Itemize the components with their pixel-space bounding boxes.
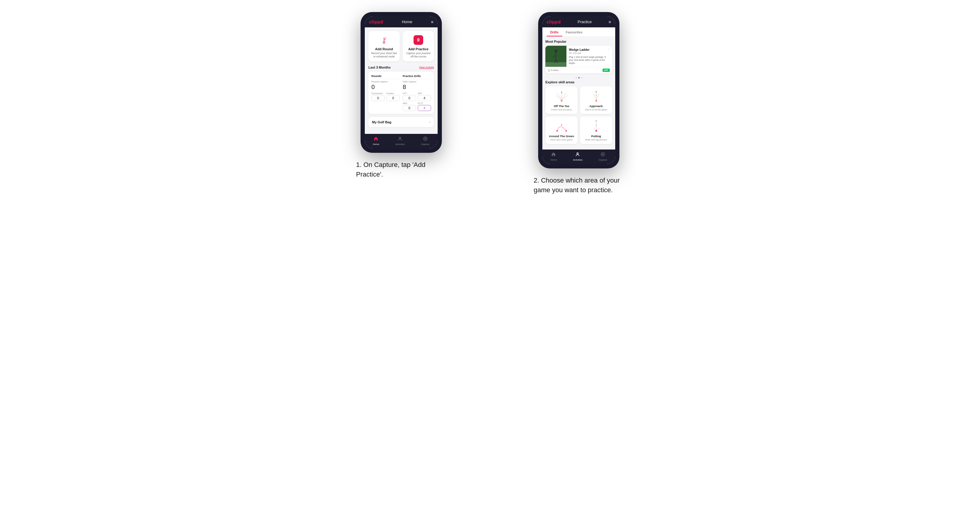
add-practice-icon bbox=[414, 35, 423, 45]
approach-icon bbox=[589, 89, 604, 103]
svg-point-30 bbox=[556, 130, 558, 132]
skill-card-approach[interactable]: Approach Dial-in to hit the green bbox=[580, 86, 612, 114]
skill-approach-subtitle: Dial-in to hit the green bbox=[585, 108, 607, 111]
practice-stat: Practice 0 bbox=[387, 92, 400, 101]
featured-card-inner: ☆ Wedge Ladder 50–100 yds Play 1 shot at… bbox=[546, 46, 612, 67]
practice-value: 0 bbox=[387, 95, 400, 101]
svg-point-38 bbox=[596, 120, 597, 122]
svg-point-37 bbox=[595, 130, 597, 132]
svg-line-26 bbox=[593, 94, 596, 100]
activities-nav-icon-1 bbox=[398, 136, 402, 142]
svg-point-31 bbox=[565, 130, 567, 132]
home-nav-icon-2 bbox=[551, 152, 556, 158]
svg-line-19 bbox=[557, 93, 562, 100]
featured-drill-image bbox=[546, 46, 566, 67]
menu-icon-2[interactable]: ≡ bbox=[609, 19, 611, 24]
chevron-right-icon: › bbox=[429, 120, 430, 124]
skill-atg-subtitle: Hone your short game bbox=[550, 138, 573, 141]
phone-1: clippd Home ≡ bbox=[361, 12, 442, 153]
nav-capture-label-2: Capture bbox=[599, 159, 607, 161]
skill-approach-title: Approach bbox=[589, 105, 603, 108]
favourite-star-icon[interactable]: ☆ bbox=[608, 48, 610, 51]
skill-ott-title: Off The Tee bbox=[554, 105, 570, 108]
ott-value: 0 bbox=[403, 95, 416, 101]
add-practice-title: Add Practice bbox=[408, 47, 428, 51]
nav-activities-label-2: Activities bbox=[573, 159, 583, 161]
nav-capture-label-1: Capture bbox=[421, 143, 430, 146]
tabs-bar: Drills Favourites bbox=[542, 27, 615, 37]
add-round-icon bbox=[379, 35, 390, 45]
rounds-capture-label: Rounds Capture bbox=[371, 80, 400, 83]
nav-activities-2[interactable]: Activities bbox=[573, 152, 583, 161]
dot-2 bbox=[578, 77, 580, 78]
nav-capture-2[interactable]: Capture bbox=[599, 152, 607, 161]
svg-point-24 bbox=[595, 100, 597, 102]
arg-stat: ARG 0 bbox=[403, 102, 416, 111]
nav-home-label-1: Home bbox=[373, 143, 379, 146]
capture-nav-icon-1 bbox=[423, 136, 428, 142]
arg-label: ARG bbox=[403, 102, 416, 105]
skill-card-around-the-green[interactable]: Around The Green Hone your short game bbox=[546, 116, 578, 144]
skill-card-off-the-tee[interactable]: Off The Tee Power and accuracy bbox=[546, 86, 578, 114]
svg-point-23 bbox=[561, 92, 562, 93]
app-stat: APP 4 bbox=[418, 92, 431, 101]
svg-point-5 bbox=[399, 137, 401, 139]
menu-icon-1[interactable]: ≡ bbox=[431, 19, 433, 24]
drills-capture-value: 8 bbox=[403, 84, 431, 90]
carousel-dots bbox=[546, 75, 612, 80]
add-round-title: Add Round bbox=[375, 47, 393, 51]
nav-activities-1[interactable]: Activities bbox=[396, 136, 405, 146]
svg-point-0 bbox=[383, 41, 385, 43]
nav-capture-1[interactable]: Capture bbox=[421, 136, 430, 146]
header-title-2: Practice bbox=[578, 19, 592, 24]
svg-point-4 bbox=[418, 39, 418, 40]
nav-home-2[interactable]: Home bbox=[550, 152, 557, 161]
skill-card-putting[interactable]: Putting Make and lag practice bbox=[580, 116, 612, 144]
add-round-card[interactable]: Add Round Record your shots fast or enha… bbox=[368, 31, 400, 61]
skill-grid: Off The Tee Power and accuracy bbox=[546, 86, 612, 144]
ott-stat: OTT 0 bbox=[403, 92, 416, 101]
dot-3 bbox=[581, 77, 582, 78]
svg-line-22 bbox=[562, 95, 568, 100]
drills-col: Practice Drills Drills Capture 8 OTT 0 bbox=[403, 75, 431, 111]
tab-drills[interactable]: Drills bbox=[547, 27, 562, 37]
view-activity-link[interactable]: View Activity bbox=[419, 66, 434, 69]
around-the-green-icon bbox=[554, 119, 569, 133]
tournament-value: 0 bbox=[371, 95, 385, 101]
putt-value: 4 bbox=[418, 105, 431, 111]
tab-favourites[interactable]: Favourites bbox=[562, 27, 586, 37]
drills-sub-stats-2: ARG 0 PUTT 4 bbox=[403, 102, 431, 111]
caption-1: 1. On Capture, tap 'Add Practice'. bbox=[356, 160, 446, 179]
app-logo-1: clippd bbox=[369, 19, 383, 24]
app-value: 4 bbox=[418, 95, 431, 101]
featured-card-footer: 9 shots APP bbox=[546, 67, 612, 73]
rounds-col: Rounds Rounds Capture 0 Tournament 0 bbox=[371, 75, 400, 111]
svg-point-16 bbox=[548, 70, 550, 71]
featured-drill-card[interactable]: ☆ Wedge Ladder 50–100 yds Play 1 shot at… bbox=[546, 46, 612, 73]
skill-putting-subtitle: Make and lag practice bbox=[585, 138, 607, 141]
putt-stat: PUTT 4 bbox=[418, 102, 431, 111]
svg-point-29 bbox=[596, 95, 597, 96]
practice-scroll: Most Popular bbox=[542, 37, 615, 147]
phone-section-2: clippd Practice ≡ Drills Favourites Most… bbox=[502, 12, 655, 195]
drills-col-title: Practice Drills bbox=[403, 75, 431, 79]
nav-home-1[interactable]: Home bbox=[373, 136, 379, 146]
svg-point-17 bbox=[561, 100, 563, 102]
header-title-1: Home bbox=[402, 19, 412, 24]
golf-bag-row[interactable]: My Golf Bag › bbox=[368, 117, 434, 127]
svg-rect-10 bbox=[546, 62, 566, 67]
drills-capture-label: Drills Capture bbox=[403, 80, 431, 83]
stats-row: Rounds Rounds Capture 0 Tournament 0 bbox=[371, 75, 431, 111]
nav-home-label-2: Home bbox=[550, 159, 557, 161]
svg-point-11 bbox=[554, 50, 557, 52]
svg-line-27 bbox=[596, 94, 599, 100]
svg-point-39 bbox=[596, 125, 597, 126]
page-container: clippd Home ≡ bbox=[325, 12, 655, 195]
skill-putting-title: Putting bbox=[591, 135, 601, 138]
add-round-subtitle: Record your shots fast or enhanced mode bbox=[371, 52, 397, 58]
bottom-nav-2: Home Activities Capture bbox=[542, 149, 615, 164]
featured-drill-desc: Play 1 shot at each target yardage. If y… bbox=[569, 56, 610, 64]
caption-2: 2. Choose which area of your game you wa… bbox=[534, 176, 624, 195]
phone-2-screen: clippd Practice ≡ Drills Favourites Most… bbox=[542, 16, 615, 164]
add-practice-card[interactable]: Add Practice Capture your practice off-t… bbox=[403, 31, 434, 61]
